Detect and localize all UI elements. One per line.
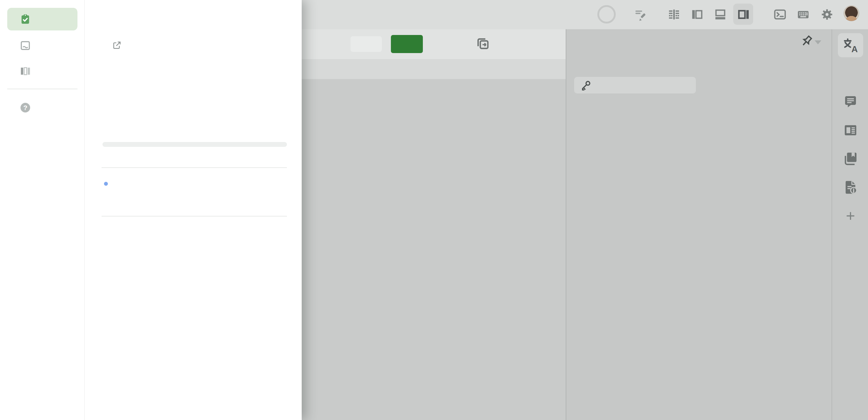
- keyboard-shortcuts-icon[interactable]: [795, 7, 811, 22]
- svg-text:A: A: [851, 44, 858, 54]
- external-link-icon[interactable]: [112, 40, 122, 50]
- project-icon: [19, 39, 31, 52]
- task-progress-bar: [102, 142, 287, 147]
- side-by-side-view-icon[interactable]: [689, 7, 705, 22]
- terminal-icon[interactable]: [772, 7, 788, 22]
- svg-text:?: ?: [23, 104, 27, 112]
- task-dropdown-panel: [85, 0, 302, 420]
- copy-source-icon[interactable]: [474, 34, 491, 54]
- more-options-kebab-icon[interactable]: [542, 34, 559, 54]
- comfortable-view-icon[interactable]: [666, 7, 682, 22]
- remove-string-icon[interactable]: [521, 34, 538, 54]
- sidebar-item-project[interactable]: [7, 34, 78, 57]
- translate-panel-icon[interactable]: A: [841, 36, 860, 55]
- user-avatar[interactable]: [844, 5, 859, 21]
- sidebar-item-view[interactable]: [7, 60, 78, 82]
- settings-gear-icon[interactable]: [819, 7, 835, 22]
- left-sidebar: ?: [0, 0, 85, 420]
- view-columns-icon: [19, 65, 31, 77]
- sidebar-divider: [7, 89, 78, 89]
- string-counter-badge: [350, 36, 382, 52]
- add-string-icon[interactable]: [498, 34, 515, 54]
- comments-panel-icon[interactable]: [841, 93, 860, 111]
- sidebar-item-task[interactable]: [7, 8, 78, 30]
- crowdin-editor-screen: A: [0, 0, 868, 420]
- right-panel-view-icon[interactable]: [736, 7, 751, 22]
- caret-down-icon: [815, 40, 821, 44]
- add-panel-icon[interactable]: +: [841, 207, 860, 225]
- table-divider: [101, 167, 287, 168]
- file-details-panel-icon[interactable]: [841, 178, 860, 197]
- identifier-key-badge: [574, 77, 696, 93]
- sidebar-item-help[interactable]: ?: [7, 96, 78, 119]
- bottom-panel-view-icon[interactable]: [712, 7, 728, 22]
- context-translations-panel: [566, 29, 832, 420]
- draft-compose-icon[interactable]: [632, 7, 649, 22]
- context-panel-icon[interactable]: [841, 121, 860, 140]
- right-icon-strip: A: [832, 29, 868, 420]
- task-clipboard-icon: [19, 13, 31, 25]
- key-icon: [580, 80, 592, 91]
- table-divider: [101, 216, 287, 216]
- translated-status-dot: [104, 182, 108, 186]
- save-button[interactable]: [391, 35, 423, 53]
- help-question-icon: ?: [19, 101, 31, 114]
- panel-dropdown-caret[interactable]: [812, 38, 824, 46]
- glossary-panel-icon[interactable]: [841, 149, 860, 168]
- translation-progress-indicator[interactable]: [597, 5, 616, 24]
